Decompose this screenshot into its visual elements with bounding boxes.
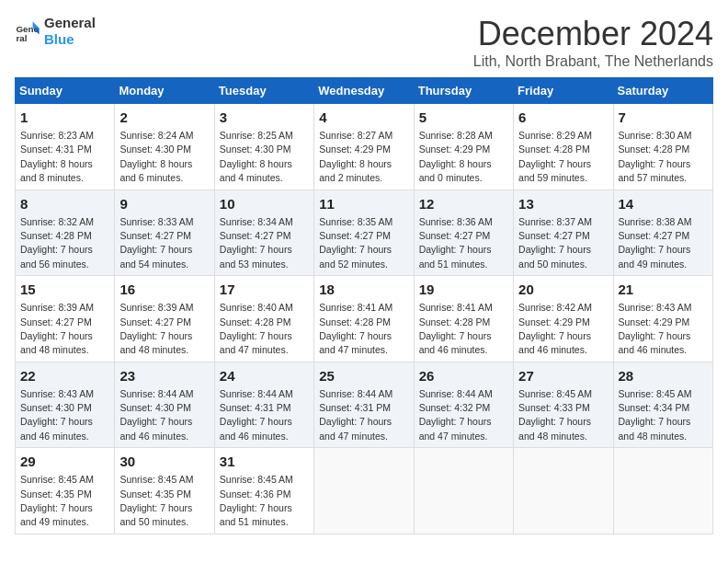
calendar-cell: 24 Sunrise: 8:44 AMSunset: 4:31 PMDaylig…	[214, 362, 313, 448]
day-number: 9	[119, 194, 209, 213]
day-number: 15	[20, 280, 109, 299]
day-info: Sunrise: 8:44 AMSunset: 4:31 PMDaylight:…	[319, 388, 392, 442]
calendar-cell: 3 Sunrise: 8:25 AMSunset: 4:30 PMDayligh…	[214, 104, 313, 190]
day-info: Sunrise: 8:33 AMSunset: 4:27 PMDaylight:…	[119, 216, 193, 270]
day-info: Sunrise: 8:30 AMSunset: 4:28 PMDaylight:…	[619, 130, 692, 183]
day-number: 7	[619, 108, 708, 127]
header-row: SundayMondayTuesdayWednesdayThursdayFrid…	[16, 78, 713, 104]
calendar-cell: 12 Sunrise: 8:36 AMSunset: 4:27 PMDaylig…	[414, 190, 513, 276]
calendar-cell: 15 Sunrise: 8:39 AMSunset: 4:27 PMDaylig…	[16, 276, 115, 362]
day-number: 22	[20, 366, 109, 385]
header-day-wednesday: Wednesday	[314, 78, 414, 104]
calendar-cell: 10 Sunrise: 8:34 AMSunset: 4:27 PMDaylig…	[214, 190, 313, 276]
header-day-monday: Monday	[115, 78, 214, 104]
day-info: Sunrise: 8:34 AMSunset: 4:27 PMDaylight:…	[220, 216, 293, 270]
logo: Gene ral General Blue	[15, 15, 96, 48]
day-info: Sunrise: 8:45 AMSunset: 4:35 PMDaylight:…	[20, 474, 94, 527]
calendar-cell: 31 Sunrise: 8:45 AMSunset: 4:36 PMDaylig…	[214, 448, 313, 534]
day-number: 4	[319, 108, 408, 127]
day-number: 11	[319, 194, 408, 213]
calendar-cell: 17 Sunrise: 8:40 AMSunset: 4:28 PMDaylig…	[214, 276, 313, 362]
title-section: December 2024 Lith, North Brabant, The N…	[473, 15, 713, 70]
calendar-cell: 1 Sunrise: 8:23 AMSunset: 4:31 PMDayligh…	[16, 104, 115, 190]
calendar-cell: 16 Sunrise: 8:39 AMSunset: 4:27 PMDaylig…	[115, 276, 214, 362]
calendar-cell	[314, 448, 414, 534]
header-day-thursday: Thursday	[414, 78, 513, 104]
day-number: 27	[518, 366, 608, 385]
day-info: Sunrise: 8:36 AMSunset: 4:27 PMDaylight:…	[419, 216, 493, 270]
calendar-cell: 19 Sunrise: 8:41 AMSunset: 4:28 PMDaylig…	[414, 276, 513, 362]
header: Gene ral General Blue December 2024 Lith…	[15, 15, 713, 70]
calendar-cell: 22 Sunrise: 8:43 AMSunset: 4:30 PMDaylig…	[16, 362, 115, 448]
day-info: Sunrise: 8:44 AMSunset: 4:31 PMDaylight:…	[220, 388, 293, 442]
day-number: 5	[419, 108, 508, 127]
logo-line1: General	[44, 15, 96, 31]
day-info: Sunrise: 8:28 AMSunset: 4:29 PMDaylight:…	[419, 130, 493, 183]
day-number: 21	[619, 280, 708, 299]
week-row-1: 1 Sunrise: 8:23 AMSunset: 4:31 PMDayligh…	[16, 104, 713, 190]
week-row-4: 22 Sunrise: 8:43 AMSunset: 4:30 PMDaylig…	[16, 362, 713, 448]
calendar-cell	[514, 448, 613, 534]
day-number: 30	[119, 452, 209, 471]
calendar-cell: 5 Sunrise: 8:28 AMSunset: 4:29 PMDayligh…	[414, 104, 513, 190]
day-number: 10	[220, 194, 309, 213]
calendar-cell: 9 Sunrise: 8:33 AMSunset: 4:27 PMDayligh…	[115, 190, 214, 276]
calendar-cell: 28 Sunrise: 8:45 AMSunset: 4:34 PMDaylig…	[613, 362, 712, 448]
calendar-cell	[613, 448, 712, 534]
calendar-cell: 21 Sunrise: 8:43 AMSunset: 4:29 PMDaylig…	[613, 276, 712, 362]
svg-text:ral: ral	[16, 33, 27, 43]
day-info: Sunrise: 8:37 AMSunset: 4:27 PMDaylight:…	[518, 216, 592, 270]
calendar-cell: 13 Sunrise: 8:37 AMSunset: 4:27 PMDaylig…	[514, 190, 613, 276]
week-row-5: 29 Sunrise: 8:45 AMSunset: 4:35 PMDaylig…	[16, 448, 713, 534]
calendar-cell: 7 Sunrise: 8:30 AMSunset: 4:28 PMDayligh…	[613, 104, 712, 190]
day-info: Sunrise: 8:41 AMSunset: 4:28 PMDaylight:…	[319, 302, 392, 355]
day-info: Sunrise: 8:27 AMSunset: 4:29 PMDaylight:…	[319, 130, 392, 183]
calendar-cell: 2 Sunrise: 8:24 AMSunset: 4:30 PMDayligh…	[115, 104, 214, 190]
day-info: Sunrise: 8:32 AMSunset: 4:28 PMDaylight:…	[20, 216, 94, 270]
calendar-cell: 4 Sunrise: 8:27 AMSunset: 4:29 PMDayligh…	[314, 104, 414, 190]
day-number: 28	[619, 366, 708, 385]
day-number: 2	[119, 108, 209, 127]
calendar-cell: 14 Sunrise: 8:38 AMSunset: 4:27 PMDaylig…	[613, 190, 712, 276]
calendar-cell: 29 Sunrise: 8:45 AMSunset: 4:35 PMDaylig…	[16, 448, 115, 534]
day-info: Sunrise: 8:45 AMSunset: 4:34 PMDaylight:…	[619, 388, 692, 442]
day-info: Sunrise: 8:40 AMSunset: 4:28 PMDaylight:…	[220, 302, 293, 355]
header-day-sunday: Sunday	[16, 78, 115, 104]
calendar-cell: 8 Sunrise: 8:32 AMSunset: 4:28 PMDayligh…	[16, 190, 115, 276]
week-row-3: 15 Sunrise: 8:39 AMSunset: 4:27 PMDaylig…	[16, 276, 713, 362]
day-number: 14	[619, 194, 708, 213]
day-info: Sunrise: 8:24 AMSunset: 4:30 PMDaylight:…	[119, 130, 193, 183]
day-number: 12	[419, 194, 508, 213]
header-day-saturday: Saturday	[613, 78, 712, 104]
day-info: Sunrise: 8:41 AMSunset: 4:28 PMDaylight:…	[419, 302, 493, 355]
day-info: Sunrise: 8:44 AMSunset: 4:30 PMDaylight:…	[119, 388, 193, 442]
calendar-cell: 6 Sunrise: 8:29 AMSunset: 4:28 PMDayligh…	[514, 104, 613, 190]
calendar-cell: 25 Sunrise: 8:44 AMSunset: 4:31 PMDaylig…	[314, 362, 414, 448]
day-info: Sunrise: 8:25 AMSunset: 4:30 PMDaylight:…	[220, 130, 293, 183]
day-number: 29	[20, 452, 109, 471]
day-number: 18	[319, 280, 408, 299]
day-number: 3	[220, 108, 309, 127]
day-number: 6	[518, 108, 608, 127]
calendar-cell: 26 Sunrise: 8:44 AMSunset: 4:32 PMDaylig…	[414, 362, 513, 448]
header-day-friday: Friday	[514, 78, 613, 104]
day-number: 24	[220, 366, 309, 385]
header-day-tuesday: Tuesday	[214, 78, 313, 104]
day-info: Sunrise: 8:43 AMSunset: 4:29 PMDaylight:…	[619, 302, 692, 355]
day-info: Sunrise: 8:39 AMSunset: 4:27 PMDaylight:…	[119, 302, 193, 355]
day-number: 16	[119, 280, 209, 299]
day-info: Sunrise: 8:45 AMSunset: 4:36 PMDaylight:…	[220, 474, 293, 527]
calendar-cell: 27 Sunrise: 8:45 AMSunset: 4:33 PMDaylig…	[514, 362, 613, 448]
week-row-2: 8 Sunrise: 8:32 AMSunset: 4:28 PMDayligh…	[16, 190, 713, 276]
day-info: Sunrise: 8:44 AMSunset: 4:32 PMDaylight:…	[419, 388, 493, 442]
day-number: 13	[518, 194, 608, 213]
day-number: 31	[220, 452, 309, 471]
month-title: December 2024	[473, 15, 713, 53]
day-info: Sunrise: 8:42 AMSunset: 4:29 PMDaylight:…	[518, 302, 592, 355]
day-info: Sunrise: 8:35 AMSunset: 4:27 PMDaylight:…	[319, 216, 392, 270]
day-info: Sunrise: 8:38 AMSunset: 4:27 PMDaylight:…	[619, 216, 692, 270]
day-number: 25	[319, 366, 408, 385]
day-number: 20	[518, 280, 608, 299]
day-info: Sunrise: 8:45 AMSunset: 4:35 PMDaylight:…	[119, 474, 193, 527]
day-info: Sunrise: 8:45 AMSunset: 4:33 PMDaylight:…	[518, 388, 592, 442]
